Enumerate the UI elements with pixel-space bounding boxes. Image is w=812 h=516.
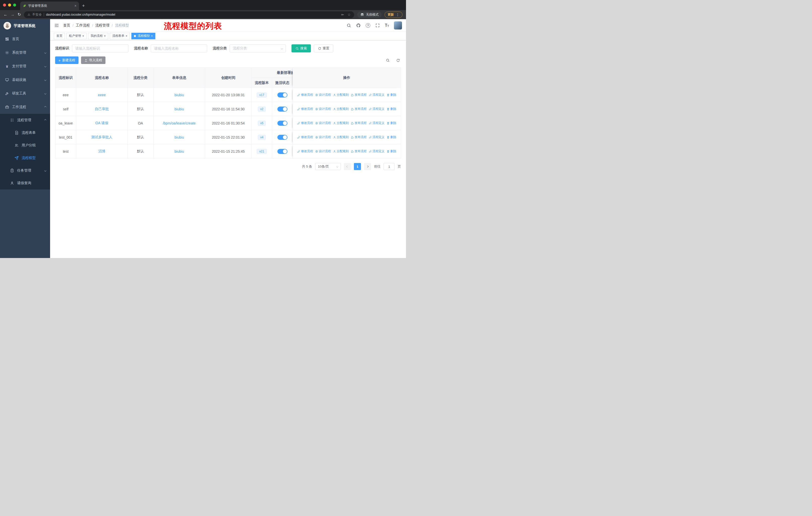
delete-link[interactable]: 删除 bbox=[387, 93, 397, 97]
process-definition-link[interactable]: 流程定义 bbox=[369, 107, 385, 111]
current-page-button[interactable]: 1 bbox=[354, 163, 361, 170]
active-toggle[interactable] bbox=[278, 149, 287, 154]
process-name-link[interactable]: 自己审批 bbox=[95, 107, 109, 111]
delete-link[interactable]: 删除 bbox=[387, 149, 397, 154]
process-definition-link[interactable]: 流程定义 bbox=[369, 149, 385, 154]
breadcrumb-process-management[interactable]: 流程管理 bbox=[95, 23, 110, 28]
create-process-button[interactable]: + 新建流程 bbox=[55, 56, 79, 64]
assign-rule-link[interactable]: 分配规则 bbox=[333, 107, 349, 111]
reset-button[interactable]: 重置 bbox=[314, 44, 333, 52]
publish-process-link[interactable]: 发布流程 bbox=[351, 93, 367, 97]
edit-process-link[interactable]: 修改流程 bbox=[297, 149, 313, 154]
back-button[interactable]: ← bbox=[3, 12, 7, 17]
edit-process-link[interactable]: 修改流程 bbox=[297, 107, 313, 111]
sidebar-item-process-management[interactable]: 流程管理 bbox=[0, 114, 50, 127]
sidebar-item-user-group[interactable]: 用户分组 bbox=[0, 139, 50, 152]
password-key-icon[interactable] bbox=[341, 13, 344, 17]
tag-tenant-management[interactable]: 租户管理 × bbox=[66, 33, 87, 39]
process-name-link[interactable]: 测试多审批人 bbox=[91, 135, 113, 139]
hamburger-button[interactable] bbox=[54, 23, 59, 28]
form-info-link[interactable]: biubiu bbox=[174, 150, 184, 154]
security-label[interactable]: 不安全 bbox=[32, 12, 42, 17]
assign-rule-link[interactable]: 分配规则 bbox=[333, 121, 349, 125]
header-search-button[interactable] bbox=[347, 23, 351, 28]
publish-process-link[interactable]: 发布流程 bbox=[351, 135, 367, 139]
help-button[interactable]: ? bbox=[366, 23, 370, 28]
tab-close-icon[interactable]: × bbox=[75, 4, 77, 8]
sidebar-item-infrastructure[interactable]: 基础设施 bbox=[0, 73, 50, 87]
sidebar-item-home[interactable]: 首页 bbox=[0, 32, 50, 46]
publish-process-link[interactable]: 发布流程 bbox=[351, 121, 367, 125]
form-info-link[interactable]: biubiu bbox=[174, 93, 184, 97]
browser-tab[interactable]: 芋道管理系统 × bbox=[20, 1, 79, 10]
process-definition-link[interactable]: 流程定义 bbox=[369, 135, 385, 139]
sidebar-logo[interactable]: 芋道管理系统 bbox=[0, 19, 50, 32]
process-name-link[interactable]: 滔博 bbox=[98, 149, 106, 153]
search-button[interactable]: 搜索 bbox=[291, 44, 311, 52]
sidebar-item-process-form[interactable]: 流程表单 bbox=[0, 127, 50, 139]
assign-rule-link[interactable]: 分配规则 bbox=[333, 93, 349, 97]
form-info-link[interactable]: /bpm/oa/leave/create bbox=[163, 121, 196, 125]
publish-process-link[interactable]: 发布流程 bbox=[351, 149, 367, 154]
new-tab-button[interactable]: + bbox=[82, 3, 85, 8]
sidebar-item-workflow[interactable]: 工作流程 bbox=[0, 100, 50, 114]
window-zoom-button[interactable] bbox=[13, 3, 16, 6]
user-avatar[interactable] bbox=[394, 21, 402, 29]
import-process-button[interactable]: 导入流程 bbox=[81, 56, 106, 64]
fullscreen-button[interactable] bbox=[375, 23, 380, 28]
tag-close-icon[interactable]: × bbox=[104, 34, 106, 37]
active-toggle[interactable] bbox=[278, 92, 287, 98]
sidebar-item-task-management[interactable]: 任务管理 bbox=[0, 164, 50, 177]
tag-home[interactable]: 首页 bbox=[54, 33, 65, 39]
design-process-link[interactable]: 设计流程 bbox=[315, 107, 331, 111]
process-name-input[interactable] bbox=[151, 44, 207, 52]
process-name-link[interactable]: eeee bbox=[98, 93, 106, 97]
design-process-link[interactable]: 设计流程 bbox=[315, 149, 331, 154]
active-toggle[interactable] bbox=[278, 121, 287, 126]
goto-page-input[interactable] bbox=[384, 163, 395, 170]
tag-close-icon[interactable]: × bbox=[125, 34, 127, 37]
tag-process-form[interactable]: 流程表单 × bbox=[110, 33, 130, 39]
active-toggle[interactable] bbox=[278, 135, 287, 140]
tag-process-model[interactable]: 流程模型 × bbox=[132, 33, 155, 39]
browser-menu-dots-icon[interactable]: ⋮ bbox=[396, 12, 400, 17]
sidebar-item-leave-query[interactable]: 请假查询 bbox=[0, 177, 50, 189]
edit-process-link[interactable]: 修改流程 bbox=[297, 121, 313, 125]
url-bar[interactable]: ⚠ 不安全 dashboard.yudao.iocoder.cn/bpm/man… bbox=[24, 11, 354, 18]
font-size-button[interactable]: TT bbox=[385, 23, 389, 27]
sidebar-item-process-model[interactable]: 流程模型 bbox=[0, 152, 50, 164]
process-id-input[interactable] bbox=[72, 44, 128, 52]
window-minimize-button[interactable] bbox=[8, 3, 11, 6]
breadcrumb-home[interactable]: 首页 bbox=[63, 23, 70, 28]
window-close-button[interactable] bbox=[3, 3, 6, 6]
url-text[interactable]: dashboard.yudao.iocoder.cn/bpm/manager/m… bbox=[46, 13, 339, 17]
tag-close-icon[interactable]: × bbox=[151, 34, 153, 37]
sidebar-item-dev-tools[interactable]: 研发工具 bbox=[0, 87, 50, 100]
sidebar-item-payment[interactable]: ¥ 支付管理 bbox=[0, 59, 50, 73]
assign-rule-link[interactable]: 分配规则 bbox=[333, 149, 349, 154]
breadcrumb-workflow[interactable]: 工作流程 bbox=[76, 23, 90, 28]
next-page-button[interactable] bbox=[364, 163, 371, 170]
process-definition-link[interactable]: 流程定义 bbox=[369, 121, 385, 125]
tag-my-process[interactable]: 我的流程 × bbox=[88, 33, 108, 39]
toggle-search-button[interactable] bbox=[386, 58, 389, 62]
delete-link[interactable]: 删除 bbox=[387, 135, 397, 139]
prev-page-button[interactable] bbox=[344, 163, 351, 170]
process-definition-link[interactable]: 流程定义 bbox=[369, 93, 385, 97]
sidebar-item-system[interactable]: 系统管理 bbox=[0, 46, 50, 59]
assign-rule-link[interactable]: 分配规则 bbox=[333, 135, 349, 139]
reload-button[interactable]: ↻ bbox=[18, 12, 21, 17]
design-process-link[interactable]: 设计流程 bbox=[315, 93, 331, 97]
page-size-select[interactable]: 10条/页 bbox=[315, 163, 341, 170]
tag-close-icon[interactable]: × bbox=[82, 34, 84, 37]
design-process-link[interactable]: 设计流程 bbox=[315, 121, 331, 125]
form-info-link[interactable]: biubiu bbox=[174, 107, 184, 111]
active-toggle[interactable] bbox=[278, 107, 287, 112]
publish-process-link[interactable]: 发布流程 bbox=[351, 107, 367, 111]
delete-link[interactable]: 删除 bbox=[387, 121, 397, 125]
process-name-link[interactable]: OA 请假 bbox=[95, 121, 108, 125]
browser-update-button[interactable]: 更新 ⋮ bbox=[385, 11, 403, 18]
refresh-table-button[interactable] bbox=[396, 58, 400, 62]
edit-process-link[interactable]: 修改流程 bbox=[297, 93, 313, 97]
delete-link[interactable]: 删除 bbox=[387, 107, 397, 111]
